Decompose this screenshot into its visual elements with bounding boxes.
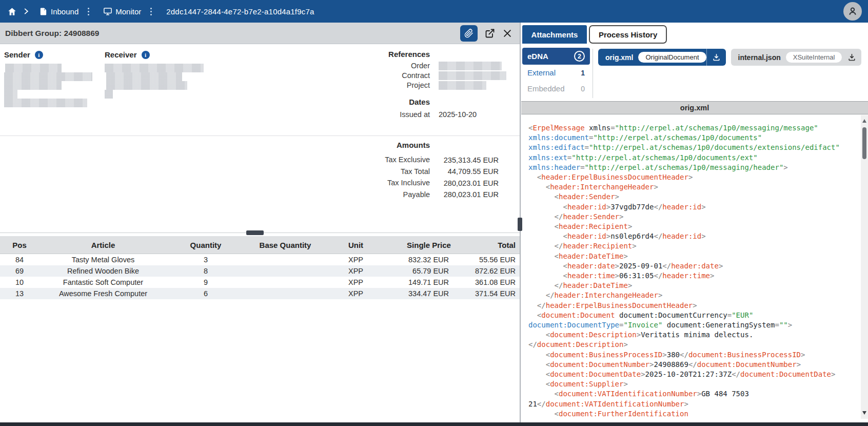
table-cell: 6	[167, 289, 244, 298]
redacted-sender-line	[4, 81, 62, 90]
xml-code-line: <document:Document document:DocumentCurr…	[528, 311, 861, 320]
table-cell: 55.56 EUR	[472, 256, 520, 264]
nav-item-external[interactable]: External 1	[522, 65, 590, 81]
dates-heading: Dates	[287, 97, 430, 107]
breadcrumb-record-id: 2ddc1447-2844-4e72-b7e2-a10d4a1f9c7a	[166, 7, 314, 16]
redacted-receiver-line	[105, 90, 113, 99]
inbound-menu-kebab-icon[interactable]	[86, 6, 91, 17]
nav-item-label: External	[527, 68, 556, 77]
attachments-toggle-button[interactable]	[460, 25, 478, 42]
external-count: 1	[581, 69, 585, 77]
table-cell: XPP	[326, 267, 385, 275]
section-divider	[0, 135, 520, 136]
xml-code-line: <document:VATIdentificationNumber>GB 484…	[528, 389, 861, 399]
xml-code-line: <header:id>37vgdb77de</header:id>	[528, 202, 861, 212]
panel-resize-handle[interactable]	[518, 218, 522, 231]
xml-code-line: <document:DocumentDate>2025-10-20T21:27:…	[528, 370, 861, 379]
xml-code-line: </document:Description>	[528, 340, 861, 350]
sender-info-icon[interactable]: i	[35, 51, 43, 59]
xml-code-line: <document:DocumentNumber>24908869</docum…	[528, 360, 861, 370]
horizontal-splitter	[0, 233, 520, 233]
column-header: Pos	[0, 241, 39, 249]
monitor-menu-kebab-icon[interactable]	[148, 6, 154, 17]
xml-code-line: <ErpelMessage xmlns="http://erpel.at/sch…	[528, 123, 861, 133]
column-header: Single Price	[385, 241, 472, 249]
amounts-heading: Amounts	[287, 140, 430, 150]
receiver-info-icon[interactable]: i	[142, 51, 150, 59]
paperclip-icon	[464, 29, 474, 38]
amount-value: 280,023.01 EUR	[430, 190, 519, 199]
nav-divider	[593, 49, 593, 98]
column-header: Article	[39, 241, 167, 249]
xml-code-line: </header:ErpelBusinessDocumentHeader>	[528, 301, 861, 311]
amount-label: Payable	[287, 190, 430, 200]
xml-code-line: <header:ErpelBusinessDocumentHeader>	[528, 172, 861, 182]
xml-code-line: <header:Sender>	[528, 192, 861, 202]
monitor-icon	[103, 7, 112, 16]
tab-attachments[interactable]: Attachments	[522, 25, 587, 44]
redacted-sender-line	[4, 99, 87, 107]
document-panel-actions	[460, 25, 515, 42]
amount-label: Tax Exclusive	[287, 155, 430, 165]
open-in-new-window-button[interactable]	[485, 28, 495, 38]
attachment-chip-orig-xml[interactable]: orig.xml OriginalDocument	[598, 49, 726, 66]
table-row: 13 Awesome Fresh Computer 6 XPP 334.47 E…	[0, 288, 520, 299]
attachment-filename: internal.json	[738, 53, 781, 62]
table-row: 84 Tasty Metal Gloves 3 XPP 832.32 EUR 5…	[0, 254, 520, 265]
table-cell: 832.32 EUR	[385, 256, 472, 264]
column-header: Base Quantity	[244, 241, 326, 249]
document-panel-header: Dibbert Group: 24908869	[0, 23, 520, 44]
scrollbar-thumb[interactable]	[862, 127, 866, 159]
document-panel-body: Sender i Receiver i	[0, 44, 520, 422]
download-icon	[712, 53, 721, 62]
xml-code-line: <header:InterchangeHeader>	[528, 182, 861, 192]
issued-at-value: 2025-10-20	[430, 110, 519, 119]
table-cell: 361.08 EUR	[472, 278, 520, 286]
nav-item-embedded[interactable]: Embedded 0	[522, 81, 590, 96]
attachment-chip-internal-json[interactable]: internal.json XSuiteInternal	[731, 49, 862, 66]
redacted-sender-line	[4, 90, 17, 99]
redacted-reference-value	[439, 71, 506, 80]
redacted-receiver-line	[106, 81, 187, 90]
xml-code-line: 21</document:VATIdentificationNumber>	[528, 399, 861, 409]
amount-label: Tax Total	[287, 167, 430, 177]
amount-value: 44,709.55 EUR	[430, 167, 519, 176]
xml-code-line: </header:Sender>	[528, 212, 861, 222]
splitter-drag-handle[interactable]	[246, 230, 264, 235]
scrollbar-down-arrow[interactable]	[862, 411, 866, 415]
tab-process-history[interactable]: Process History	[589, 25, 667, 44]
xml-code-line: <header:Recipient>	[528, 222, 861, 231]
table-cell: 13	[0, 289, 39, 298]
xml-code-line: <document:Supplier>	[528, 379, 861, 389]
column-header: Total	[472, 241, 520, 249]
document-detail-panel: Dibbert Group: 24908869 Sender i	[0, 23, 520, 422]
redacted-sender-line	[5, 64, 62, 72]
code-scrollbar	[861, 115, 868, 419]
download-attachment-button[interactable]	[706, 49, 726, 66]
table-cell: Fantastic Soft Computer	[39, 278, 167, 286]
download-attachment-button[interactable]	[842, 49, 861, 66]
table-cell: 84	[0, 256, 39, 264]
xml-code-line: <document:FurtherIdentification	[528, 409, 861, 419]
breadcrumb-inbound[interactable]: Inbound	[51, 7, 78, 16]
close-panel-button[interactable]	[502, 28, 512, 38]
breadcrumb-monitor[interactable]: Monitor	[115, 7, 141, 16]
redacted-sender-line	[4, 72, 92, 81]
scrollbar-up-arrow[interactable]	[862, 119, 866, 123]
xml-code-line: <header:date>2025-09-01</header:date>	[528, 261, 861, 271]
references-dates-section: References Order Contract Project Dates	[287, 49, 519, 120]
table-cell: 10	[0, 278, 39, 286]
table-cell: XPP	[326, 278, 385, 286]
user-avatar[interactable]	[843, 2, 862, 21]
attachment-chips: orig.xml OriginalDocument internal.json …	[598, 49, 861, 66]
nav-item-edna[interactable]: eDNA 2	[522, 48, 590, 65]
sender-section: Sender i	[4, 50, 92, 107]
table-cell: Refined Wooden Bike	[39, 267, 167, 275]
reference-label: Project	[287, 81, 430, 90]
home-icon[interactable]	[6, 6, 18, 17]
xml-code-line: <header:DateTime>	[528, 251, 861, 261]
redacted-reference-value	[439, 62, 502, 70]
table-row: 69 Refined Wooden Bike 8 XPP 65.79 EUR 8…	[0, 265, 520, 277]
attachment-filename: orig.xml	[605, 53, 633, 62]
top-navigation-bar: Inbound Monitor 2ddc1447-2844-4e72-b7e2-…	[0, 0, 868, 23]
